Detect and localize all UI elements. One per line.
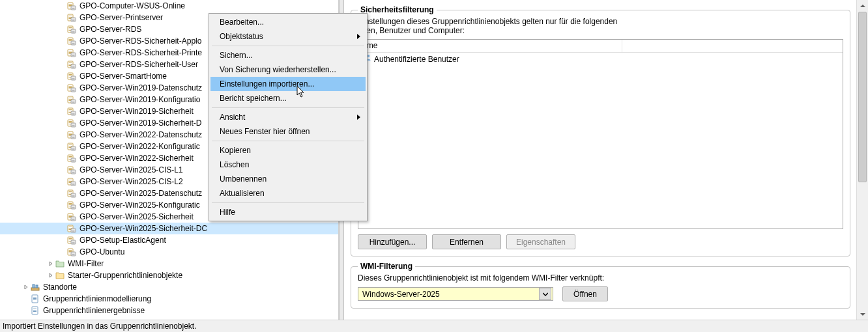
menu-new-window[interactable]: Neues Fenster hier öffnen <box>210 124 366 139</box>
gpo-icon <box>66 71 77 81</box>
tree-item-wmi-filter[interactable]: WMI-Filter <box>0 258 338 270</box>
tree-item-gpo[interactable]: GPO-Ubuntu <box>0 246 338 258</box>
chevron-right-icon[interactable] <box>47 261 55 266</box>
tree-item-label: GPO-Server-Win2025-Datenschutz <box>80 187 202 199</box>
svg-rect-40 <box>71 76 76 80</box>
menu-delete[interactable]: Löschen <box>210 158 366 172</box>
svg-rect-34 <box>71 64 76 68</box>
svg-rect-25 <box>69 51 72 51</box>
svg-rect-46 <box>71 88 76 92</box>
wmi-filter-value: Windows-Server-2025 <box>362 290 440 299</box>
tree-item-label: GPO-Server-RDS-Sicherheit-User <box>80 59 198 70</box>
svg-rect-101 <box>72 196 75 197</box>
tree-item-gpo[interactable]: GPO-Computer-WSUS-Online <box>0 0 338 12</box>
svg-rect-17 <box>72 32 75 33</box>
svg-rect-109 <box>69 215 72 215</box>
chevron-right-icon[interactable] <box>22 284 30 290</box>
menu-import-settings[interactable]: Einstellungen importieren... <box>210 77 366 91</box>
svg-rect-132 <box>31 288 39 290</box>
menu-separator <box>212 202 364 203</box>
svg-rect-70 <box>71 135 76 139</box>
tree-item-starter-gpo[interactable]: Starter-Gruppenrichtlinienobjekte <box>0 270 338 281</box>
gpo-icon <box>66 188 77 199</box>
svg-rect-5 <box>72 8 75 9</box>
gpo-icon <box>66 1 77 11</box>
tree-item-label: GPO-Server-Win2025-Sicherheit <box>80 211 194 223</box>
svg-rect-1 <box>69 4 72 5</box>
security-filter-group: Sicherheitsfilterung Einstellungen diese… <box>351 5 850 256</box>
tree-item-label: Gruppenrichtlinienergebnisse <box>43 305 145 316</box>
svg-rect-89 <box>72 173 75 173</box>
listview-header[interactable]: ame <box>358 40 843 53</box>
wmi-filter-combo[interactable]: Windows-Server-2025 <box>358 287 553 301</box>
svg-rect-127 <box>69 250 72 251</box>
wmi-filter-group: WMI-Filterung Dieses Gruppenrichtlinieno… <box>351 262 850 309</box>
tree-item-standorte[interactable]: Standorte <box>0 281 338 293</box>
security-filter-list[interactable]: ame <box>358 39 843 229</box>
svg-rect-55 <box>69 109 72 110</box>
svg-rect-7 <box>69 16 72 16</box>
menu-rename[interactable]: Umbenennen <box>210 172 366 186</box>
svg-rect-94 <box>71 182 76 186</box>
tree-item-label: GPO-Server-Win2025-CIS-L2 <box>80 176 183 187</box>
menu-restore[interactable]: Von Sicherung wiederherstellen... <box>210 62 366 77</box>
list-item-label: Authentifizierte Benutzer <box>374 53 459 66</box>
chevron-right-icon[interactable] <box>47 273 55 278</box>
menu-copy[interactable]: Kopieren <box>210 143 366 158</box>
menu-backup[interactable]: Sichern... <box>210 48 366 62</box>
scroll-down-icon[interactable] <box>857 309 868 320</box>
svg-rect-125 <box>72 243 75 243</box>
menu-separator <box>212 107 364 108</box>
tree-item-gpo[interactable]: GPO-Setup-ElasticAgent <box>0 234 338 246</box>
tree-item-label: GPO-Server-Win2022-Konfiguratic <box>80 141 200 152</box>
svg-rect-28 <box>71 53 76 57</box>
col-name[interactable]: ame <box>358 40 622 52</box>
menu-edit[interactable]: Bearbeiten... <box>210 15 366 29</box>
security-filter-title: Sicherheitsfilterung <box>358 5 437 14</box>
tree-item-label: GPO-Computer-WSUS-Online <box>80 0 185 12</box>
svg-rect-115 <box>69 227 72 227</box>
menu-refresh[interactable]: Aktualisieren <box>210 186 366 201</box>
tree-item-label: GPO-Server-Win2025-Sicherheit-DC <box>80 223 207 234</box>
tree-item-ergebnisse[interactable]: Gruppenrichtlinienergebnisse <box>0 305 338 316</box>
scrollbar-thumb[interactable] <box>858 12 867 182</box>
svg-rect-85 <box>69 168 72 169</box>
svg-rect-41 <box>72 79 75 79</box>
svg-rect-59 <box>72 114 75 115</box>
svg-rect-130 <box>71 252 76 256</box>
menu-separator <box>212 141 364 141</box>
svg-rect-47 <box>72 90 75 91</box>
scroll-up-icon[interactable] <box>857 0 868 11</box>
gpo-icon <box>66 24 77 35</box>
menu-objectstatus[interactable]: Objektstatus <box>210 29 366 44</box>
svg-rect-4 <box>71 6 76 10</box>
svg-rect-76 <box>71 146 76 150</box>
svg-rect-11 <box>72 20 75 21</box>
svg-rect-19 <box>69 39 72 40</box>
tree-item-modellierung[interactable]: Gruppenrichtlinienmodellierung <box>0 293 338 305</box>
vertical-scrollbar[interactable] <box>856 0 868 320</box>
chevron-down-icon[interactable] <box>539 288 551 300</box>
svg-rect-137 <box>33 298 36 299</box>
menu-save-report[interactable]: Bericht speichern... <box>210 91 366 105</box>
menu-view[interactable]: Ansicht <box>210 110 366 124</box>
context-menu[interactable]: Bearbeiten... Objektstatus Sichern... Vo… <box>209 13 368 221</box>
svg-rect-16 <box>71 29 76 33</box>
properties-button[interactable]: Eigenschaften <box>506 234 575 249</box>
gpo-icon <box>66 212 77 222</box>
svg-rect-83 <box>72 161 75 161</box>
tree-item-label: Standorte <box>43 281 77 293</box>
open-button[interactable]: Öffnen <box>562 286 608 301</box>
list-item[interactable]: Authentifizierte Benutzer <box>358 53 843 66</box>
svg-rect-64 <box>71 123 76 127</box>
tree-item-gpo[interactable]: GPO-Server-Win2025-Sicherheit-DC <box>0 223 338 234</box>
add-button[interactable]: Hinzufügen... <box>358 234 427 249</box>
remove-button[interactable]: Entfernen <box>432 234 501 249</box>
gpo-icon <box>66 59 77 70</box>
svg-rect-107 <box>72 208 75 208</box>
svg-rect-112 <box>71 217 76 221</box>
menu-help[interactable]: Hilfe <box>210 205 366 219</box>
svg-rect-95 <box>72 184 75 185</box>
gpo-icon <box>66 36 77 46</box>
tree-item-label: GPO-Server-RDS <box>80 23 141 35</box>
